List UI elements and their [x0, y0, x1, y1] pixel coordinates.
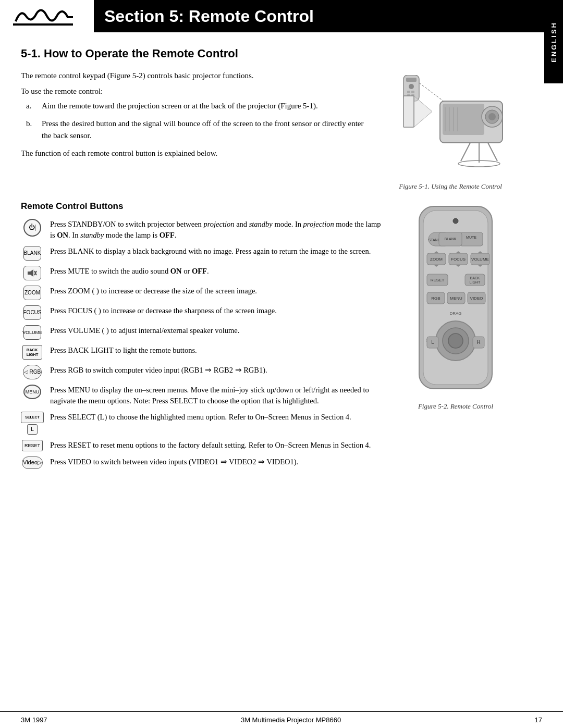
select-l-button-icon: L [27, 424, 38, 435]
list-item-a: a. Aim the remote toward the projection … [26, 100, 372, 112]
backlight-button-icon: BACKLIGHT [22, 345, 42, 360]
button-entry-blank: BLANK Press BLANK to display a black bac… [21, 246, 383, 261]
volume-button-icon: VOLUME [23, 325, 41, 340]
volume-icon: VOLUME [21, 325, 44, 340]
svg-text:ZOOM: ZOOM [430, 257, 443, 262]
reset-icon: RESET [21, 440, 44, 451]
button-entry-reset: RESET Press RESET to reset menu options … [21, 440, 383, 451]
intro-section: The remote control keypad (Figure 5-2) c… [21, 70, 518, 191]
intro-para1: The remote control keypad (Figure 5-2) c… [21, 70, 271, 82]
button-entry-standby: ⏻| Press STANDBY/ON to switch projector … [21, 219, 383, 241]
svg-rect-4 [406, 78, 417, 82]
zoom-button-icon: ZOOM [23, 286, 41, 300]
svg-rect-24 [28, 272, 30, 275]
menu-text: Press MENU to display the on–screen menu… [50, 385, 383, 406]
brand-logo [13, 6, 81, 27]
backlight-icon: BACKLIGHT [21, 345, 44, 360]
button-entry-menu: MENU Press MENU to display the on–screen… [21, 385, 383, 406]
blank-icon: BLANK [21, 246, 44, 261]
zoom-text: Press ZOOM ( ) to increase or decrease t… [50, 286, 257, 297]
svg-text:L: L [431, 339, 434, 345]
page-footer: 3M 1997 3M Multimedia Projector MP8660 1… [0, 711, 563, 728]
list-label-a: a. [26, 100, 35, 112]
svg-point-64 [448, 334, 463, 348]
svg-rect-7 [411, 91, 414, 93]
logo-area [0, 0, 94, 32]
remote-figure-area: STANDBY/ON MUTE BLANK ZOOM FOCUS VOLUME [393, 201, 518, 474]
blank-button-icon: BLANK [23, 246, 41, 261]
rgb-button-icon: ◁ RGB [23, 365, 42, 379]
button-entry-volume: VOLUME Press VOLUME ( ) to adjust intern… [21, 325, 383, 340]
svg-text:R: R [476, 339, 480, 345]
svg-text:MUTE: MUTE [466, 236, 476, 239]
button-entry-select: SELECT L Press SELECT (L) to choose the … [21, 412, 383, 435]
projector-figure [388, 75, 513, 179]
svg-rect-0 [13, 23, 73, 26]
button-entry-focus: FOCUS Press FOCUS ( ) to increase or dec… [21, 305, 383, 320]
intro-left: The remote control keypad (Figure 5-2) c… [21, 70, 372, 191]
rgb-icon: ◁ RGB [21, 365, 44, 379]
button-entry-backlight: BACKLIGHT Press BACK LIGHT to light the … [21, 345, 383, 360]
svg-rect-11 [443, 104, 484, 135]
fig2-caption: Figure 5-2. Remote Control [418, 402, 493, 411]
select-text: Press SELECT (L) to choose the highlight… [50, 412, 351, 423]
svg-line-20 [461, 143, 470, 161]
select-button-icon: SELECT [21, 412, 44, 423]
volume-text: Press VOLUME ( ) to adjust internal/exte… [50, 325, 239, 336]
to-use-text: To use the remote control: [21, 87, 372, 96]
focus-icon: FOCUS [21, 305, 44, 320]
page-header: Section 5: Remote Control ENGLISH [0, 0, 563, 32]
mute-icon [21, 266, 44, 280]
reset-text: Press RESET to reset menu options to the… [50, 440, 371, 451]
remote-control-figure: STANDBY/ON MUTE BLANK ZOOM FOCUS VOLUME [403, 201, 508, 399]
language-tab: ENGLISH [544, 0, 563, 83]
standby-icon: ⏻| [21, 219, 44, 237]
svg-text:LIGHT: LIGHT [470, 280, 481, 284]
main-content: 5-1. How to Operate the Remote Control T… [0, 32, 563, 489]
svg-rect-19 [403, 96, 414, 127]
list-item-b: b. Press the desired button and the sign… [26, 118, 372, 141]
list-text-a: Aim the remote toward the projection scr… [42, 100, 318, 112]
button-entry-rgb: ◁ RGB Press RGB to switch computer video… [21, 365, 383, 379]
svg-text:VIDEO: VIDEO [470, 296, 483, 301]
video-icon: Video▷ [21, 456, 44, 469]
button-entry-video: Video▷ Press VIDEO to switch between vid… [21, 456, 383, 469]
power-button-icon: ⏻| [23, 219, 41, 237]
svg-text:RESET: RESET [431, 278, 445, 282]
list-text-b: Press the desired button and the signal … [42, 118, 372, 141]
footer-center: 3M Multimedia Projector MP8660 [241, 716, 341, 724]
blank-text: Press BLANK to display a black backgroun… [50, 246, 371, 257]
svg-marker-25 [30, 269, 33, 277]
footer-left: 3M 1997 [21, 716, 47, 724]
list-label-b: b. [26, 118, 35, 141]
menu-button-icon: MENU [23, 385, 41, 399]
section-heading: Section 5: Remote Control [104, 7, 314, 26]
menu-icon: MENU [21, 385, 44, 399]
focus-button-icon: FOCUS [23, 305, 41, 320]
button-entry-mute: Press MUTE to switch the audio sound ON … [21, 266, 383, 280]
section-title: 5-1. How to Operate the Remote Control [21, 47, 518, 60]
remote-buttons-left: Remote Control Buttons ⏻| Press STANDBY/… [21, 201, 383, 474]
zoom-icon: ZOOM [21, 286, 44, 300]
svg-text:MENU: MENU [450, 296, 462, 301]
standby-text: Press STANDBY/ON to switch projector bet… [50, 219, 383, 241]
svg-point-30 [453, 218, 458, 224]
fig1-caption: Figure 5-1. Using the Remote Control [399, 182, 502, 191]
function-text: The function of each remote control butt… [21, 147, 271, 159]
svg-point-5 [409, 84, 414, 89]
intro-right: Figure 5-1. Using the Remote Control [383, 70, 518, 191]
svg-point-14 [488, 113, 496, 120]
svg-text:BACK: BACK [470, 276, 480, 280]
button-entry-zoom: ZOOM Press ZOOM ( ) to increase or decre… [21, 286, 383, 300]
rgb-text: Press RGB to switch computer video input… [50, 365, 267, 376]
svg-rect-6 [407, 91, 410, 93]
mute-button-icon [23, 266, 41, 280]
svg-line-22 [488, 143, 497, 161]
svg-text:RGB: RGB [431, 296, 440, 301]
svg-text:VOLUME: VOLUME [471, 257, 489, 262]
buttons-subtitle: Remote Control Buttons [21, 201, 383, 212]
svg-text:DRAG: DRAG [449, 311, 461, 316]
language-label: ENGLISH [550, 21, 558, 63]
remote-buttons-section: Remote Control Buttons ⏻| Press STANDBY/… [21, 201, 518, 474]
svg-text:FOCUS: FOCUS [451, 257, 466, 262]
